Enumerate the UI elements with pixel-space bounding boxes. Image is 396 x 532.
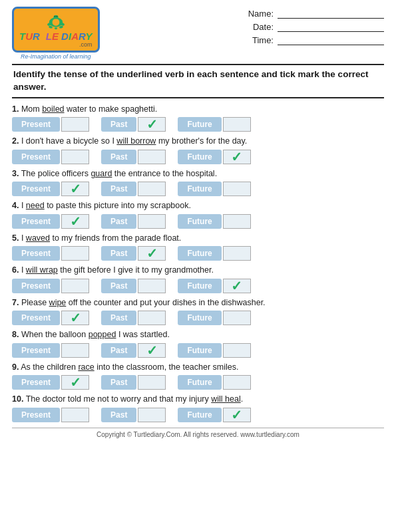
instructions-box: Identify the tense of the underlined ver… xyxy=(12,64,384,98)
logo-subtitle: Re-Imagination of learning xyxy=(21,53,91,60)
answer-group-3-1: Past xyxy=(101,182,166,196)
footer: Copyright © Turtlediary.Com. All rights … xyxy=(12,428,384,438)
answer-box-4-future xyxy=(223,214,251,229)
logo-box: TURTLE DIARY .com xyxy=(12,7,100,53)
answer-btn-6-present[interactable]: Present xyxy=(12,279,60,293)
question-4: 4. I need to paste this picture into my … xyxy=(12,200,384,229)
answer-btn-5-past[interactable]: Past xyxy=(101,246,136,261)
answer-row-3: Present✓PastFuture xyxy=(12,182,384,196)
answer-btn-2-present[interactable]: Present xyxy=(12,150,60,164)
answer-box-6-future: ✓ xyxy=(223,279,251,293)
answer-group-2-2: Future✓ xyxy=(178,150,250,164)
answer-box-10-past xyxy=(138,408,166,422)
answer-btn-9-past[interactable]: Past xyxy=(101,375,136,390)
answer-box-10-present xyxy=(61,408,89,422)
svg-point-3 xyxy=(55,16,55,17)
answer-row-10: PresentPastFuture✓ xyxy=(12,408,384,422)
date-input-line xyxy=(278,21,384,32)
name-fields: Name: Date: Time: xyxy=(246,8,384,45)
checkmark-1: ✓ xyxy=(146,118,158,131)
question-text-8: 8. When the balloon popped I was startle… xyxy=(12,329,384,341)
answer-btn-2-past[interactable]: Past xyxy=(101,150,136,164)
answer-btn-7-future[interactable]: Future xyxy=(178,311,221,325)
answer-btn-10-present[interactable]: Present xyxy=(12,408,60,422)
answer-box-1-present xyxy=(61,117,89,132)
answer-btn-1-present[interactable]: Present xyxy=(12,117,60,132)
answer-group-3-2: Future xyxy=(178,182,250,196)
answer-btn-2-future[interactable]: Future xyxy=(178,150,221,164)
answer-box-1-future xyxy=(223,117,251,132)
answer-group-8-1: Past✓ xyxy=(101,343,166,358)
answer-group-7-0: Present✓ xyxy=(12,311,89,325)
answer-btn-4-past[interactable]: Past xyxy=(101,214,136,229)
answer-group-9-2: Future xyxy=(178,375,250,390)
question-text-2: 2. I don't have a bicycle so I will borr… xyxy=(12,136,384,148)
answer-btn-5-future[interactable]: Future xyxy=(178,246,221,261)
answer-group-10-0: Present xyxy=(12,408,89,422)
answer-group-6-1: Past xyxy=(101,279,166,293)
answer-group-6-0: Present xyxy=(12,279,89,293)
checkmark-5: ✓ xyxy=(146,247,158,260)
answer-group-5-0: Present xyxy=(12,246,89,261)
answer-btn-4-future[interactable]: Future xyxy=(178,214,221,229)
answer-row-1: PresentPast✓Future xyxy=(12,117,384,132)
name-row: Name: xyxy=(246,8,384,19)
answer-group-8-2: Future xyxy=(178,343,250,358)
checkmark-10: ✓ xyxy=(231,408,242,422)
answer-group-7-2: Future xyxy=(178,311,250,325)
question-7: 7. Please wipe off the counter and put y… xyxy=(12,297,384,326)
answer-group-10-1: Past xyxy=(101,408,166,422)
date-row: Date: xyxy=(246,21,384,32)
answer-box-6-present xyxy=(61,279,89,293)
answer-btn-7-present[interactable]: Present xyxy=(12,311,60,325)
answer-box-8-present xyxy=(61,343,89,358)
answer-btn-4-present[interactable]: Present xyxy=(12,214,60,229)
answer-btn-9-present[interactable]: Present xyxy=(12,375,60,390)
answer-btn-10-past[interactable]: Past xyxy=(101,408,136,422)
answer-btn-1-past[interactable]: Past xyxy=(101,117,136,132)
answer-group-9-1: Past xyxy=(101,375,166,390)
instructions-text: Identify the tense of the underlined ver… xyxy=(13,68,383,94)
answer-box-9-present: ✓ xyxy=(61,375,89,390)
answer-btn-8-future[interactable]: Future xyxy=(178,343,221,358)
question-6: 6. I will wrap the gift before I give it… xyxy=(12,265,384,293)
question-text-10: 10. The doctor told me not to worry and … xyxy=(12,394,384,406)
answer-btn-5-present[interactable]: Present xyxy=(12,246,60,261)
answer-group-4-2: Future xyxy=(178,214,250,229)
answer-btn-3-past[interactable]: Past xyxy=(101,182,136,196)
answer-box-7-future xyxy=(223,311,251,325)
answer-box-4-past xyxy=(138,214,166,229)
answer-box-4-present: ✓ xyxy=(61,214,89,229)
answer-box-5-present xyxy=(61,246,89,261)
question-text-5: 5. I waved to my friends from the parade… xyxy=(12,233,384,245)
answer-btn-3-future[interactable]: Future xyxy=(178,182,221,196)
time-input-line xyxy=(278,35,384,45)
question-text-6: 6. I will wrap the gift before I give it… xyxy=(12,265,384,277)
answer-btn-9-future[interactable]: Future xyxy=(178,375,221,390)
answer-btn-8-past[interactable]: Past xyxy=(101,343,136,358)
answer-box-9-past xyxy=(138,375,166,390)
answer-btn-6-past[interactable]: Past xyxy=(101,279,136,293)
answer-btn-10-future[interactable]: Future xyxy=(178,408,221,422)
answer-row-5: PresentPast✓Future xyxy=(12,246,384,261)
answer-group-2-0: Present xyxy=(12,150,89,164)
question-9: 9. As the children race into the classro… xyxy=(12,362,384,390)
answer-btn-6-future[interactable]: Future xyxy=(178,279,221,293)
checkmark-8: ✓ xyxy=(146,344,158,357)
answer-box-2-future: ✓ xyxy=(223,150,251,164)
svg-point-4 xyxy=(56,16,57,17)
answer-box-3-past xyxy=(138,182,166,196)
answer-box-3-future xyxy=(223,182,251,196)
answer-btn-3-present[interactable]: Present xyxy=(12,182,60,196)
checkmark-6: ✓ xyxy=(231,279,242,293)
answer-btn-7-past[interactable]: Past xyxy=(101,311,136,325)
answer-group-4-1: Past xyxy=(101,214,166,229)
answer-box-6-past xyxy=(138,279,166,293)
answer-btn-1-future[interactable]: Future xyxy=(178,117,221,132)
svg-point-9 xyxy=(55,27,57,29)
footer-text: Copyright © Turtlediary.Com. All rights … xyxy=(97,431,299,438)
question-text-3: 3. The police officers guard the entranc… xyxy=(12,168,384,180)
answer-btn-8-present[interactable]: Present xyxy=(12,343,60,358)
questions-container: 1. Mom boiled water to make spaghetti.Pr… xyxy=(12,104,384,422)
answer-group-5-2: Future xyxy=(178,246,250,261)
